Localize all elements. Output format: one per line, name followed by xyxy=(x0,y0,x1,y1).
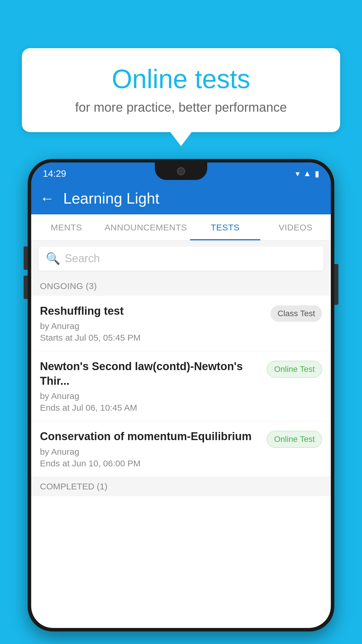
volume-up-button[interactable] xyxy=(24,246,28,270)
bubble-title: Online tests xyxy=(39,64,323,94)
tab-ments[interactable]: MENTS xyxy=(31,214,102,240)
test-time-2: Ends at Jul 06, 10:45 AM xyxy=(40,403,261,413)
notch xyxy=(155,162,207,180)
section-header-ongoing: ONGOING (3) xyxy=(31,276,331,296)
test-item-2[interactable]: Newton's Second law(contd)-Newton's Thir… xyxy=(31,351,331,421)
back-button[interactable]: ← xyxy=(40,190,55,207)
tabs-container: MENTS ANNOUNCEMENTS TESTS VIDEOS xyxy=(31,214,331,241)
test-info-2: Newton's Second law(contd)-Newton's Thir… xyxy=(40,359,267,413)
bubble-subtitle: for more practice, better performance xyxy=(39,100,323,115)
search-input-wrapper[interactable]: 🔍 Search xyxy=(38,246,324,271)
test-by-3: by Anurag xyxy=(40,447,261,457)
test-name-3: Conservation of momentum-Equilibrium xyxy=(40,429,261,444)
test-time-1: Starts at Jul 05, 05:45 PM xyxy=(40,333,265,343)
section-header-completed: COMPLETED (1) xyxy=(31,477,331,496)
phone-screen: 14:29 ▾ ▲ ▮ ← Learning Light MENTS ANNOU… xyxy=(31,162,331,628)
signal-icon: ▲ xyxy=(303,169,311,178)
status-time: 14:29 xyxy=(43,168,66,179)
app-title: Learning Light xyxy=(63,190,159,207)
battery-icon: ▮ xyxy=(315,169,319,178)
test-badge-1: Class Test xyxy=(270,305,322,322)
front-camera xyxy=(177,167,185,175)
search-container: 🔍 Search xyxy=(31,241,331,276)
test-name-2: Newton's Second law(contd)-Newton's Thir… xyxy=(40,359,261,388)
app-bar: ← Learning Light xyxy=(31,182,331,214)
phone-wrapper: 14:29 ▾ ▲ ▮ ← Learning Light MENTS ANNOU… xyxy=(28,159,334,644)
volume-down-button[interactable] xyxy=(24,276,28,299)
tab-videos[interactable]: VIDEOS xyxy=(260,214,331,240)
test-badge-3: Online Test xyxy=(267,431,322,448)
search-icon: 🔍 xyxy=(46,252,60,265)
test-badge-2: Online Test xyxy=(267,361,322,378)
test-by-2: by Anurag xyxy=(40,391,261,401)
test-info-3: Conservation of momentum-Equilibrium by … xyxy=(40,429,267,468)
tab-announcements[interactable]: ANNOUNCEMENTS xyxy=(102,214,190,240)
search-placeholder: Search xyxy=(65,252,100,265)
speech-bubble: Online tests for more practice, better p… xyxy=(22,48,340,132)
wifi-icon: ▾ xyxy=(296,169,300,178)
status-icons: ▾ ▲ ▮ xyxy=(296,169,319,178)
power-button[interactable] xyxy=(334,264,338,305)
tab-tests[interactable]: TESTS xyxy=(190,214,261,240)
test-time-3: Ends at Jun 10, 06:00 PM xyxy=(40,459,261,468)
test-item-1[interactable]: Reshuffling test by Anurag Starts at Jul… xyxy=(31,296,331,351)
test-name-1: Reshuffling test xyxy=(40,304,265,318)
test-by-1: by Anurag xyxy=(40,321,265,331)
phone-outer: 14:29 ▾ ▲ ▮ ← Learning Light MENTS ANNOU… xyxy=(28,159,334,631)
test-info-1: Reshuffling test by Anurag Starts at Jul… xyxy=(40,304,270,343)
test-item-3[interactable]: Conservation of momentum-Equilibrium by … xyxy=(31,421,331,477)
